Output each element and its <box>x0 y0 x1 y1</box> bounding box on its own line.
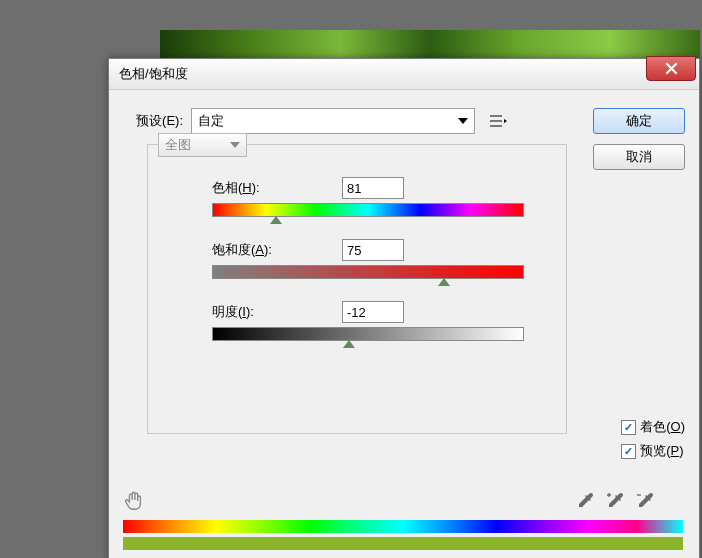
hue-track <box>212 203 524 217</box>
lightness-input[interactable] <box>342 301 404 323</box>
preset-label: 预设(E): <box>123 112 183 130</box>
hue-row: 色相(H): <box>212 177 552 199</box>
ok-button[interactable]: 确定 <box>593 108 685 134</box>
checkbox-group: 着色(O) 预览(P) <box>621 418 685 460</box>
range-value: 全图 <box>165 136 191 154</box>
input-spectrum[interactable] <box>123 520 683 533</box>
hue-slider[interactable] <box>212 203 542 221</box>
hue-thumb[interactable] <box>270 216 282 224</box>
saturation-thumb[interactable] <box>438 278 450 286</box>
titlebar[interactable]: 色相/饱和度 <box>109 59 699 90</box>
lightness-row: 明度(I): <box>212 301 552 323</box>
output-spectrum <box>123 537 683 550</box>
eyedropper-group <box>575 491 655 511</box>
saturation-row: 饱和度(A): <box>212 239 552 261</box>
lightness-track <box>212 327 524 341</box>
tools-row <box>123 490 685 512</box>
saturation-input[interactable] <box>342 239 404 261</box>
dialog-content: 预设(E): 自定 确定 取消 全图 色相(H): <box>109 90 699 558</box>
close-icon <box>665 62 678 75</box>
preset-value: 自定 <box>198 112 224 130</box>
eyedropper-add-icon[interactable] <box>605 491 625 511</box>
eyedropper-icon[interactable] <box>575 491 595 511</box>
preview-label: 预览(P) <box>640 442 683 460</box>
preview-row: 预览(P) <box>621 442 685 460</box>
colorize-row: 着色(O) <box>621 418 685 436</box>
saturation-label: 饱和度(A): <box>212 241 342 259</box>
lightness-slider[interactable] <box>212 327 542 345</box>
hue-input[interactable] <box>342 177 404 199</box>
preset-select[interactable]: 自定 <box>191 108 475 134</box>
dialog-title: 色相/饱和度 <box>119 65 188 83</box>
cancel-button[interactable]: 取消 <box>593 144 685 170</box>
bottom-area <box>123 490 685 550</box>
saturation-slider[interactable] <box>212 265 542 283</box>
button-column: 确定 取消 <box>593 108 685 180</box>
eyedropper-subtract-icon[interactable] <box>635 491 655 511</box>
colorize-checkbox[interactable] <box>621 420 636 435</box>
close-button[interactable] <box>646 56 696 81</box>
params-fieldset: 全图 色相(H): 饱和度(A): 明度(I): <box>147 144 567 434</box>
hue-saturation-dialog: 色相/饱和度 预设(E): 自定 确定 取消 全图 色相(H): <box>108 58 700 558</box>
preview-checkbox[interactable] <box>621 444 636 459</box>
caret-down-icon <box>458 118 468 124</box>
caret-down-icon <box>230 142 240 148</box>
range-select[interactable]: 全图 <box>158 133 247 157</box>
lightness-label: 明度(I): <box>212 303 342 321</box>
preset-menu-icon[interactable] <box>489 114 507 128</box>
hand-tool-icon[interactable] <box>123 490 145 512</box>
hue-label: 色相(H): <box>212 179 342 197</box>
spectrum-bars <box>123 520 685 550</box>
saturation-track <box>212 265 524 279</box>
colorize-label: 着色(O) <box>640 418 685 436</box>
lightness-thumb[interactable] <box>343 340 355 348</box>
